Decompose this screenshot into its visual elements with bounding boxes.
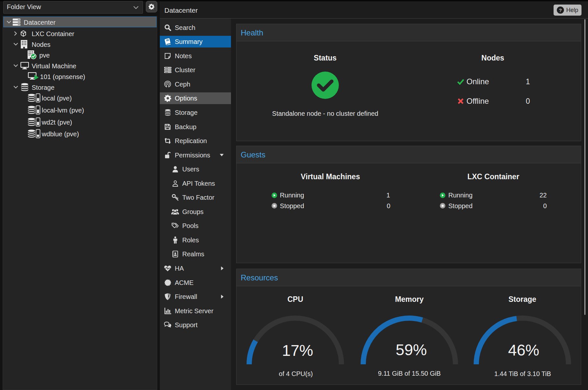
- svg-text:?: ?: [559, 7, 562, 13]
